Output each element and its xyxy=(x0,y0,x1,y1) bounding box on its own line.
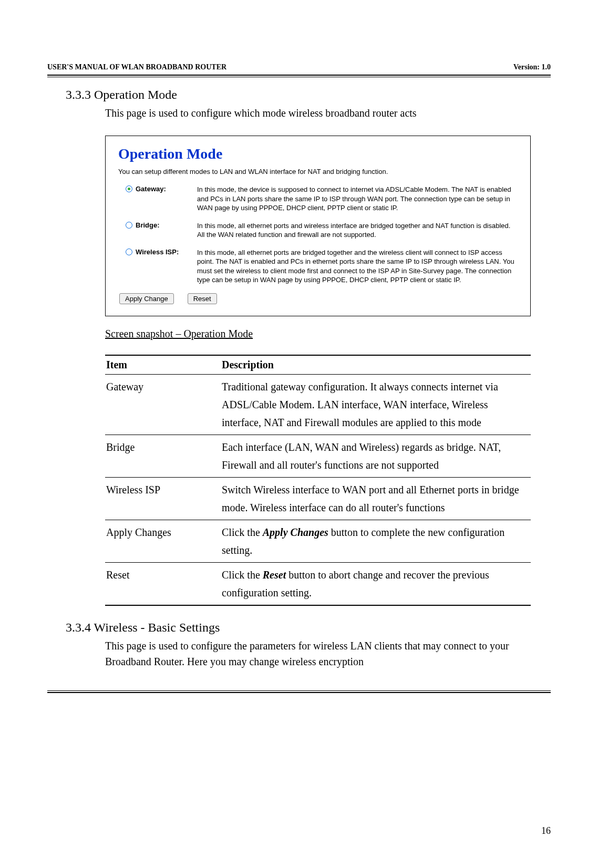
th-item: Item xyxy=(105,355,221,375)
radio-wireless-isp[interactable] xyxy=(126,249,132,255)
page-number: 16 xyxy=(541,825,551,836)
radio-gateway[interactable] xyxy=(126,185,132,192)
cell-item: Reset xyxy=(105,562,221,605)
th-description: Description xyxy=(221,355,531,375)
section-heading-333: 3.3.3 Operation Mode xyxy=(66,88,551,102)
mode-row-gateway: Gateway: In this mode, the device is sup… xyxy=(118,185,518,213)
screenshot-subtitle: You can setup different modes to LAN and… xyxy=(118,168,518,175)
apply-change-button[interactable]: Apply Change xyxy=(119,293,174,304)
operation-mode-screenshot: Operation Mode You can setup different m… xyxy=(105,136,531,316)
table-row: Gateway Traditional gateway configuratio… xyxy=(105,374,531,435)
radio-bridge-label[interactable]: Bridge: xyxy=(136,221,160,229)
cell-item: Gateway xyxy=(105,374,221,435)
page-header: USER'S MANUAL OF WLAN BROADBAND ROUTER V… xyxy=(47,63,551,71)
table-row: Reset Click the Reset button to abort ch… xyxy=(105,562,531,605)
cell-desc: Switch Wireless interface to WAN port an… xyxy=(221,477,531,520)
table-row: Apply Changes Click the Apply Changes bu… xyxy=(105,520,531,562)
cell-item: Bridge xyxy=(105,435,221,477)
cell-item: Apply Changes xyxy=(105,520,221,562)
screenshot-caption: Screen snapshot – Operation Mode xyxy=(105,328,551,340)
section-334-intro: This page is used to configure the param… xyxy=(105,638,551,669)
mode-row-wireless-isp: Wireless ISP: In this mode, all ethernet… xyxy=(118,248,518,285)
cell-desc: Click the Apply Changes button to comple… xyxy=(221,520,531,562)
radio-wireless-isp-label[interactable]: Wireless ISP: xyxy=(136,248,179,256)
header-right: Version: 1.0 xyxy=(513,63,551,71)
mode-gateway-desc: In this mode, the device is supposed to … xyxy=(197,185,518,213)
table-row: Wireless ISP Switch Wireless interface t… xyxy=(105,477,531,520)
header-left: USER'S MANUAL OF WLAN BROADBAND ROUTER xyxy=(47,63,226,71)
cell-desc: Traditional gateway configuration. It al… xyxy=(221,374,531,435)
section-heading-334: 3.3.4 Wireless - Basic Settings xyxy=(66,621,551,635)
section-333-intro: This page is used to configure which mod… xyxy=(105,105,551,121)
description-table: Item Description Gateway Traditional gat… xyxy=(105,355,531,606)
screenshot-title: Operation Mode xyxy=(118,146,518,162)
footer-divider xyxy=(47,690,551,693)
cell-item: Wireless ISP xyxy=(105,477,221,520)
mode-row-bridge: Bridge: In this mode, all ethernet ports… xyxy=(118,221,518,240)
reset-button[interactable]: Reset xyxy=(188,293,217,304)
radio-bridge[interactable] xyxy=(126,222,132,229)
cell-desc: Each interface (LAN, WAN and Wireless) r… xyxy=(221,435,531,477)
table-row: Bridge Each interface (LAN, WAN and Wire… xyxy=(105,435,531,477)
mode-bridge-desc: In this mode, all ethernet ports and wir… xyxy=(197,221,518,240)
cell-desc: Click the Reset button to abort change a… xyxy=(221,562,531,605)
mode-wireless-isp-desc: In this mode, all ethernet ports are bri… xyxy=(197,248,518,285)
radio-gateway-label[interactable]: Gateway: xyxy=(136,185,166,193)
header-divider xyxy=(47,75,551,77)
button-row: Apply Change Reset xyxy=(118,293,518,304)
